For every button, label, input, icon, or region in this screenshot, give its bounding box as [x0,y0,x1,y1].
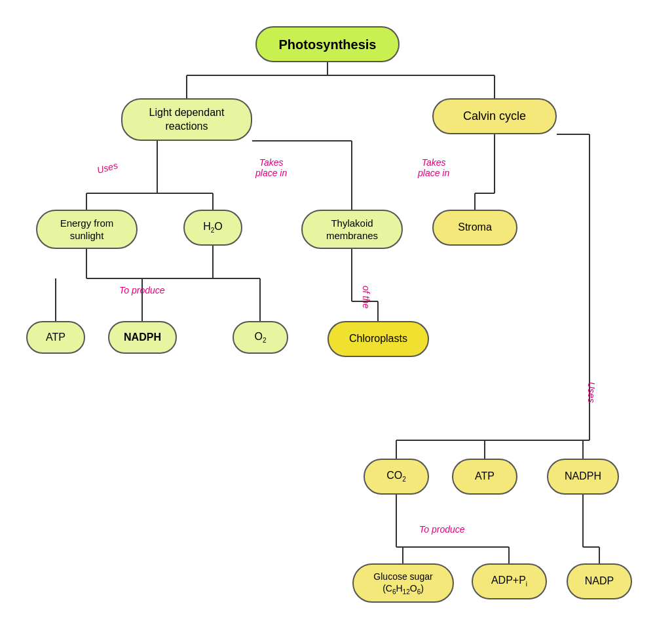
chloroplasts-node: Chloroplasts [328,321,429,357]
nadph-right-node: NADPH [547,459,619,495]
co2-node: CO2 [364,459,429,495]
photosynthesis-node: Photosynthesis [255,26,400,62]
adp-pi-node: ADP+Pi [472,563,547,599]
takes-place-in-right-label: Takesplace in [418,157,449,178]
calvin-cycle-node: Calvin cycle [432,98,557,134]
light-reactions-node: Light dependantreactions [121,98,252,141]
atp-right-node: ATP [452,459,517,495]
atp-left-node: ATP [26,321,85,354]
energy-sunlight-node: Energy fromsunlight [36,210,138,249]
nadph-left-node: NADPH [108,321,177,354]
uses-left-label: Uses [96,160,119,176]
o2-node: O2 [233,321,288,354]
to-produce-right-label: To produce [419,524,465,535]
of-the-label: of the [361,286,371,309]
nadp-node: NADP [567,563,632,599]
glucose-node: Glucose sugar(C6H12O6) [352,563,454,603]
uses-right-label: Uses [586,382,597,403]
connector-lines [0,0,655,644]
to-produce-left-label: To produce [119,285,165,295]
diagram: Photosynthesis Light dependantreactions … [0,0,655,644]
takes-place-in-left-label: Takesplace in [255,157,287,178]
h2o-node: H2O [183,210,242,246]
stroma-node: Stroma [432,210,517,246]
thylakoid-node: Thylakoidmembranes [301,210,403,249]
